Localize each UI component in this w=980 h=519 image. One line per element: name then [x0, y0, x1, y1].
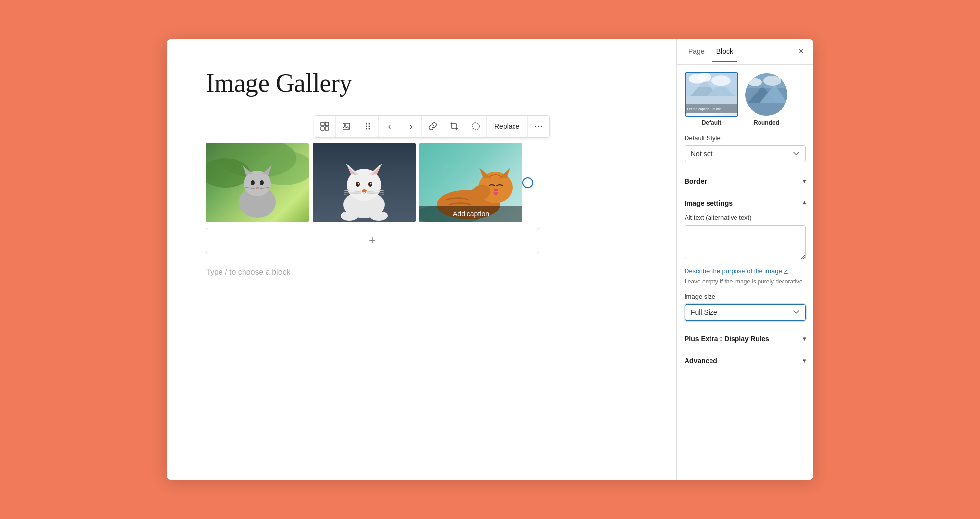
border-section: Border ▾	[685, 170, 806, 192]
style-rounded-label: Rounded	[754, 119, 779, 126]
style-default-label: Default	[702, 119, 722, 126]
external-link-icon: ↗	[784, 268, 788, 274]
image-size-label: Image size	[685, 293, 806, 300]
sidebar: Page Block ×	[676, 39, 813, 480]
plus-extra-section: Plus Extra : Display Rules ▾	[685, 328, 806, 350]
svg-point-22	[256, 187, 259, 189]
add-image-icon: +	[369, 234, 376, 247]
svg-point-21	[260, 180, 264, 185]
plus-extra-header[interactable]: Plus Extra : Display Rules ▾	[685, 335, 806, 343]
svg-rect-2	[321, 127, 324, 130]
svg-point-61	[697, 73, 711, 81]
image-settings-body: Alt text (alternative text) Describe the…	[685, 214, 806, 321]
tab-page[interactable]: Page	[685, 42, 709, 62]
border-section-header[interactable]: Border ▾	[685, 177, 806, 185]
page-title: Image Gallery	[206, 69, 647, 97]
advanced-section: Advanced ▾	[685, 350, 806, 372]
tab-block[interactable]: Block	[712, 42, 737, 62]
svg-marker-32	[371, 166, 380, 175]
svg-marker-31	[348, 166, 357, 175]
more-options-icon[interactable]: ⋯	[528, 116, 549, 137]
svg-point-47	[370, 211, 388, 221]
gallery-image-2[interactable]	[313, 143, 416, 222]
gallery-view-icon[interactable]	[314, 116, 336, 137]
type-block-placeholder[interactable]: Type / to choose a block	[206, 268, 647, 277]
svg-text:Let me caption. Let me: Let me caption. Let me	[687, 107, 721, 111]
style-previews: Let me caption. Let me Default	[685, 72, 806, 126]
next-icon[interactable]: ›	[400, 116, 422, 137]
alt-text-label: Alt text (alternative text)	[685, 214, 806, 221]
alt-text-input[interactable]	[685, 225, 806, 260]
circle-style-icon[interactable]	[465, 116, 487, 137]
drag-handle-icon[interactable]	[357, 116, 379, 137]
image-icon[interactable]	[336, 116, 357, 137]
svg-point-8	[366, 126, 367, 127]
describe-image-link[interactable]: Describe the purpose of the image ↗	[685, 267, 788, 275]
svg-point-38	[370, 183, 372, 185]
svg-point-12	[472, 123, 479, 130]
svg-point-70	[748, 78, 762, 86]
close-button[interactable]: ×	[796, 45, 806, 59]
svg-point-6	[366, 123, 367, 125]
add-caption-overlay[interactable]: Add caption	[419, 206, 522, 222]
editor-area: Image Gallery	[167, 39, 676, 480]
svg-point-17	[244, 171, 271, 196]
advanced-section-header[interactable]: Advanced ▾	[685, 357, 806, 365]
image-toolbar: ‹ › Replace ⋯	[314, 115, 550, 138]
alt-text-hint: Leave empty if the image is purely decor…	[685, 277, 806, 286]
link-icon[interactable]	[422, 116, 443, 137]
svg-point-11	[368, 128, 370, 130]
svg-point-46	[341, 211, 358, 221]
default-style-label: Default Style	[685, 134, 806, 142]
svg-point-71	[763, 76, 781, 86]
svg-point-53	[494, 189, 498, 191]
svg-point-10	[366, 128, 367, 130]
resize-handle[interactable]	[522, 177, 533, 188]
style-preview-rounded[interactable]: Rounded	[744, 72, 788, 126]
border-section-label: Border	[685, 177, 707, 185]
gallery-image-1[interactable]	[206, 143, 309, 222]
style-rounded-preview-wrap	[744, 72, 788, 117]
image-settings-section: Image settings ▾ Alt text (alternative t…	[685, 192, 806, 328]
svg-point-62	[711, 75, 731, 86]
svg-point-5	[344, 125, 346, 126]
style-preview-default[interactable]: Let me caption. Let me Default	[685, 72, 738, 126]
sidebar-tabs: Page Block ×	[677, 39, 813, 65]
svg-point-20	[251, 180, 255, 185]
image-settings-chevron-icon: ▾	[803, 200, 806, 207]
default-style-section: Default Style Not set Default Rounded	[685, 134, 806, 170]
svg-point-9	[368, 126, 370, 127]
image-size-select[interactable]: Thumbnail Medium Large Full Size	[685, 304, 806, 321]
crop-icon[interactable]	[443, 116, 465, 137]
add-image-button[interactable]: +	[206, 228, 539, 253]
svg-point-7	[368, 123, 370, 125]
sidebar-content: Let me caption. Let me Default	[677, 65, 813, 480]
style-default-img: Let me caption. Let me	[686, 73, 737, 116]
image-settings-header[interactable]: Image settings ▾	[685, 199, 806, 207]
gallery-row: Add caption	[206, 143, 647, 222]
svg-rect-1	[325, 122, 329, 126]
gallery-image-3[interactable]: Add caption	[419, 143, 522, 222]
advanced-chevron-icon: ▾	[803, 357, 806, 364]
svg-point-39	[362, 189, 367, 192]
plus-extra-label: Plus Extra : Display Rules	[685, 335, 769, 343]
svg-rect-3	[325, 127, 329, 130]
prev-icon[interactable]: ‹	[379, 116, 400, 137]
style-rounded-img	[745, 73, 788, 117]
image-settings-label: Image settings	[685, 199, 733, 207]
svg-rect-0	[321, 122, 324, 126]
describe-image-link-text: Describe the purpose of the image	[685, 267, 782, 275]
border-chevron-icon: ▾	[803, 178, 806, 185]
default-style-select[interactable]: Not set Default Rounded	[685, 145, 806, 162]
replace-button[interactable]: Replace	[487, 116, 528, 137]
main-container: Image Gallery	[167, 39, 813, 480]
style-default-preview-wrap: Let me caption. Let me	[685, 72, 738, 117]
advanced-label: Advanced	[685, 357, 717, 365]
plus-extra-chevron-icon: ▾	[803, 335, 806, 342]
svg-point-37	[358, 183, 359, 185]
